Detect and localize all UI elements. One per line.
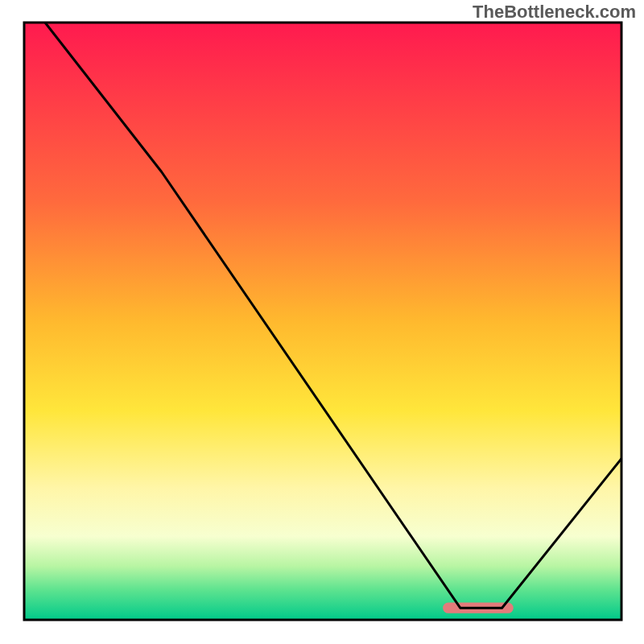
bottleneck-chart	[0, 0, 644, 644]
watermark-text: TheBottleneck.com	[473, 2, 636, 23]
chart-container: TheBottleneck.com	[0, 0, 644, 644]
